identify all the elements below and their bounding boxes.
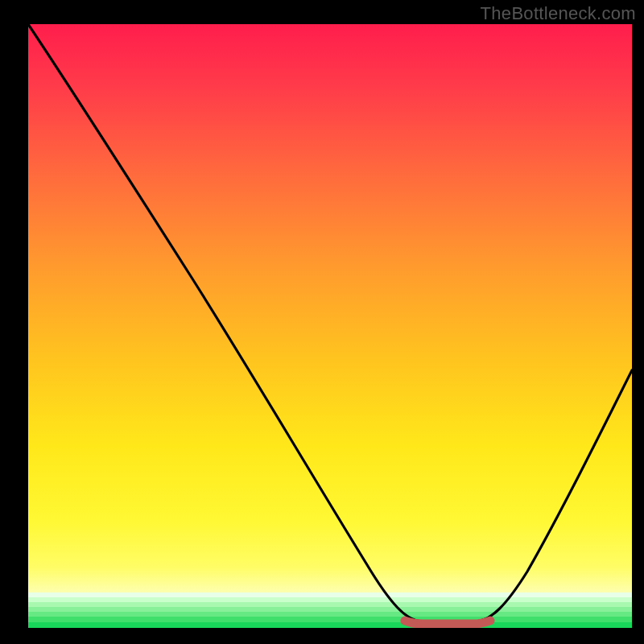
gradient-background	[28, 24, 632, 628]
svg-rect-6	[28, 622, 632, 628]
svg-rect-5	[28, 617, 632, 622]
svg-rect-1	[28, 597, 632, 602]
chart-svg	[28, 24, 632, 628]
optimal-range-marker	[405, 621, 490, 624]
green-band	[28, 592, 632, 628]
chart-frame: TheBottleneck.com	[0, 0, 644, 644]
plot-area	[28, 24, 632, 628]
svg-rect-3	[28, 607, 632, 612]
watermark-text: TheBottleneck.com	[481, 3, 636, 24]
svg-rect-2	[28, 602, 632, 607]
svg-rect-4	[28, 612, 632, 617]
svg-rect-0	[28, 592, 632, 597]
